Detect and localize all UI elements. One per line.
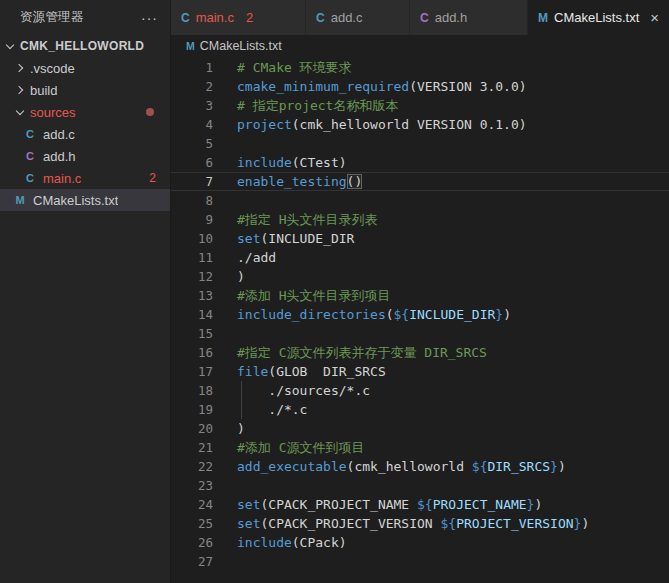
tab-add.c[interactable]: Cadd.c xyxy=(306,0,410,35)
explorer-item-CMakeLists.txt[interactable]: MCMakeLists.txt xyxy=(0,189,170,211)
line-number: 27 xyxy=(171,552,213,571)
line-number: 16 xyxy=(171,343,213,362)
code-line-16[interactable]: 16#指定 C源文件列表并存于变量 DIR_SRCS xyxy=(171,343,669,362)
tab-add.h[interactable]: Cadd.h xyxy=(410,0,528,35)
explorer-item-sources[interactable]: sources xyxy=(0,101,170,123)
code-line-6[interactable]: 6include(CTest) xyxy=(171,153,669,172)
token-txt: (GLOB DIR_SRCS xyxy=(268,364,385,379)
code-line-20[interactable]: 20) xyxy=(171,419,669,438)
code-line-14[interactable]: 14include_directories(${INCLUDE_DIR}) xyxy=(171,305,669,324)
explorer-item-label: add.c xyxy=(43,127,75,142)
line-content: include(CPack) xyxy=(237,533,347,552)
code-line-5[interactable]: 5 xyxy=(171,134,669,153)
more-actions-icon[interactable]: ··· xyxy=(141,13,158,23)
token-com: # CMake 环境要求 xyxy=(237,60,352,75)
line-content: include_directories(${INCLUDE_DIR}) xyxy=(237,305,511,324)
chevron-down-icon xyxy=(14,105,28,119)
code-line-9[interactable]: 9#指定 H头文件目录列表 xyxy=(171,210,669,229)
code-line-3[interactable]: 3# 指定project名称和版本 xyxy=(171,96,669,115)
explorer-item-add.h[interactable]: Cadd.h xyxy=(0,145,170,167)
explorer-item-main.c[interactable]: Cmain.c2 xyxy=(0,167,170,189)
token-txt: (CPACK_PROJECT_NAME xyxy=(260,497,417,512)
line-content: ) xyxy=(237,267,245,286)
token-txt: (CPack) xyxy=(292,535,347,550)
line-content: set(INCLUDE_DIR xyxy=(237,229,354,248)
line-number: 26 xyxy=(171,533,213,552)
line-number: 25 xyxy=(171,514,213,533)
token-var: PROJECT_VERSION xyxy=(456,516,573,531)
code-line-17[interactable]: 17file(GLOB DIR_SRCS xyxy=(171,362,669,381)
explorer-item-CMK_HELLOWORLD[interactable]: CMK_HELLOWORLD xyxy=(0,35,170,57)
token-txt: ) xyxy=(581,516,589,531)
tab-main.c[interactable]: Cmain.c2 xyxy=(171,0,306,35)
h-file-icon: C xyxy=(420,11,429,25)
code-editor[interactable]: 1# CMake 环境要求2cmake_minimum_required(VER… xyxy=(171,57,669,583)
c-file-icon: C xyxy=(22,126,38,142)
problem-count-badge: 2 xyxy=(149,171,156,185)
explorer-item-label: main.c xyxy=(43,171,81,186)
h-file-icon: C xyxy=(22,148,38,164)
indent-guide xyxy=(241,400,242,419)
line-content: # 指定project名称和版本 xyxy=(237,96,398,115)
explorer-item-build[interactable]: build xyxy=(0,79,170,101)
line-content: #指定 C源文件列表并存于变量 DIR_SRCS xyxy=(237,343,487,362)
token-dlm: ${ xyxy=(441,516,457,531)
code-line-24[interactable]: 24set(CPACK_PROJECT_NAME ${PROJECT_NAME}… xyxy=(171,495,669,514)
indent-guide xyxy=(241,381,242,400)
token-txt: ) xyxy=(503,307,511,322)
code-line-23[interactable]: 23 xyxy=(171,476,669,495)
line-number: 22 xyxy=(171,457,213,476)
code-line-11[interactable]: 11./add xyxy=(171,248,669,267)
line-content: #指定 H头文件目录列表 xyxy=(237,210,377,229)
token-cmd: include xyxy=(237,535,292,550)
code-line-7[interactable]: 7enable_testing() xyxy=(171,172,669,191)
modified-dot-badge xyxy=(146,108,154,116)
explorer-item-label: .vscode xyxy=(30,61,75,76)
line-content: ./sources/*.c xyxy=(237,381,370,400)
line-number: 21 xyxy=(171,438,213,457)
token-cmd: set xyxy=(237,231,260,246)
line-number: 24 xyxy=(171,495,213,514)
chevron-right-icon xyxy=(14,61,28,75)
code-line-13[interactable]: 13#添加 H头文件目录到项目 xyxy=(171,286,669,305)
code-line-10[interactable]: 10set(INCLUDE_DIR xyxy=(171,229,669,248)
token-cmd: add_executable xyxy=(237,459,347,474)
token-txt: ) xyxy=(237,421,245,436)
tab-CMakeLists.txt[interactable]: MCMakeLists.txt× xyxy=(528,0,669,35)
code-line-19[interactable]: 19 ./*.c xyxy=(171,400,669,419)
code-line-12[interactable]: 12) xyxy=(171,267,669,286)
code-line-25[interactable]: 25set(CPACK_PROJECT_VERSION ${PROJECT_VE… xyxy=(171,514,669,533)
code-line-27[interactable]: 27 xyxy=(171,552,669,571)
explorer-title: 资源管理器 xyxy=(20,9,84,26)
explorer-item-.vscode[interactable]: .vscode xyxy=(0,57,170,79)
line-content: set(CPACK_PROJECT_VERSION ${PROJECT_VERS… xyxy=(237,514,589,533)
explorer-item-add.c[interactable]: Cadd.c xyxy=(0,123,170,145)
tab-label: add.h xyxy=(435,10,468,25)
line-number: 11 xyxy=(171,248,213,267)
line-number: 15 xyxy=(171,324,213,343)
line-content: cmake_minimum_required(VERSION 3.0.0) xyxy=(237,77,527,96)
code-line-22[interactable]: 22add_executable(cmk_helloworld ${DIR_SR… xyxy=(171,457,669,476)
code-line-1[interactable]: 1# CMake 环境要求 xyxy=(171,58,669,77)
explorer-sidebar: 资源管理器 ··· CMK_HELLOWORLD.vscodebuildsour… xyxy=(0,0,171,583)
code-line-8[interactable]: 8 xyxy=(171,191,669,210)
token-cmd: include_directories xyxy=(237,307,386,322)
close-icon[interactable]: × xyxy=(642,9,659,26)
code-line-2[interactable]: 2cmake_minimum_required(VERSION 3.0.0) xyxy=(171,77,669,96)
file-tree: CMK_HELLOWORLD.vscodebuildsourcesCadd.cC… xyxy=(0,35,170,583)
explorer-header: 资源管理器 ··· xyxy=(0,0,170,35)
code-line-21[interactable]: 21#添加 C源文件到项目 xyxy=(171,438,669,457)
vscode-window: 资源管理器 ··· CMK_HELLOWORLD.vscodebuildsour… xyxy=(0,0,669,583)
token-txt: (cmk_helloworld VERSION 0.1.0) xyxy=(292,117,527,132)
code-line-15[interactable]: 15 xyxy=(171,324,669,343)
breadcrumb[interactable]: M CMakeLists.txt xyxy=(171,35,669,57)
chevron-down-icon xyxy=(4,39,18,53)
line-number: 10 xyxy=(171,229,213,248)
tab-bar: Cmain.c2Cadd.cCadd.hMCMakeLists.txt× xyxy=(171,0,669,35)
token-txt: ./sources/*.c xyxy=(237,383,370,398)
token-cmd: project xyxy=(237,117,292,132)
code-line-4[interactable]: 4project(cmk_helloworld VERSION 0.1.0) xyxy=(171,115,669,134)
code-line-26[interactable]: 26include(CPack) xyxy=(171,533,669,552)
line-content: ./*.c xyxy=(237,400,307,419)
code-line-18[interactable]: 18 ./sources/*.c xyxy=(171,381,669,400)
